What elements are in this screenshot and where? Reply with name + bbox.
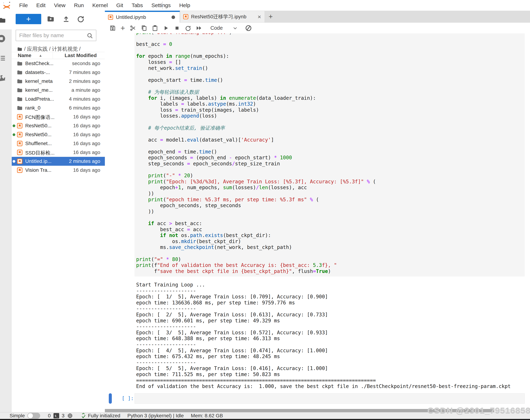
file-row[interactable]: kernel_meta2 minutes ago [12,77,105,86]
kernel-chip-icon[interactable] [67,413,73,419]
kernel-status-text[interactable]: Python 3 (ipykernel) | Idle [127,413,184,419]
notebook-icon [17,158,23,164]
notebook-icon [17,167,23,173]
code-line [136,131,376,137]
file-row[interactable]: Shufflenet...16 days ago [12,139,105,148]
cell-type-select[interactable]: Code [210,25,223,31]
folder-icon [17,105,23,111]
simple-mode-toggle[interactable] [27,413,40,419]
menu-item-edit[interactable]: Edit [32,0,50,11]
output-line: Epoch: [ 5/ 5], Average Train Loss: [0.4… [136,365,511,372]
file-browser-panel: + Filter files by name / 应用实践 / 计算机视觉 / … [12,11,105,412]
file-row[interactable]: SSD目标检...16 days ago [12,148,105,157]
file-row[interactable]: Untitled.ip...2 minutes ago [12,157,105,166]
window-bottom-edge [0,419,530,420]
watermark: CSDN @2301_79516858 [427,406,530,416]
code-cell-input[interactable]: print('Start Training Loop ...') best_ac… [134,33,525,276]
file-row[interactable]: FCN图像语...16 days ago [12,112,105,121]
code-line: print("-" * 20) [136,173,376,179]
table-of-contents-icon[interactable] [0,54,6,62]
file-modified: 16 days ago [73,150,100,155]
code-line: print("epoch time: %5.3f ms, per step ti… [136,197,376,203]
code-editor: print('Start Training Loop ...') best_ac… [136,33,376,274]
save-icon[interactable] [109,25,116,31]
output-line: Epoch: [ 3/ 5], Average Train Loss: [0.5… [136,330,511,336]
file-row[interactable]: ResNet50...16 days ago [12,121,105,130]
menu-item-run[interactable]: Run [70,0,88,11]
code-line: losses.append(loss) [136,113,376,119]
code-line [136,250,376,256]
upload-icon[interactable] [62,15,70,23]
code-line: print(f"End of validation the best Accur… [136,262,376,268]
breadcrumb[interactable]: / 应用实践 / 计算机视觉 / [17,45,81,53]
output-line: ========================================… [136,377,511,384]
restart-run-all-icon[interactable] [196,25,202,31]
column-last-modified[interactable]: Last Modified [65,53,97,58]
unsaved-dot-icon[interactable] [172,15,175,19]
code-line: epoch_seconds, step_seconds [136,203,376,209]
jupyter-logo [3,1,11,10]
chevron-down-icon[interactable] [233,26,238,30]
tab-untitled-ipynb[interactable]: Untitled.ipynb [105,11,180,23]
lsp-status-text[interactable]: Fully initialized [88,413,120,419]
code-line: for epoch in range(num_epochs): [136,53,376,59]
menu-item-settings[interactable]: Settings [147,0,175,11]
new-launcher-button[interactable]: + [16,14,41,24]
code-line: acc = model1.eval(dataset_val)['Accuracy… [136,137,376,143]
cell-output: Start Training Loop ...-----------------… [136,282,511,390]
file-row[interactable]: rank_06 minutes ago [12,104,105,112]
kernel-status-icon[interactable] [245,24,252,32]
file-list-header: Name ▲ Last Modified [12,52,105,59]
menu-item-kernel[interactable]: Kernel [88,0,112,11]
toggle-knob [28,413,33,418]
file-row[interactable]: Vision Tra...16 days ago [12,166,105,175]
close-tab-icon[interactable]: × [258,14,261,20]
code-line: losses = [] [136,59,376,65]
output-line: epoch time: 675.432 ms, per step time: 4… [136,354,511,360]
code-line: best_acc = acc [136,226,376,233]
paste-cell-icon[interactable] [152,25,158,31]
filter-files-input[interactable]: Filter files by name [16,30,96,41]
menu-item-view[interactable]: View [50,0,70,11]
code-line: print('Start Training Loop ...') [136,33,376,35]
refresh-icon[interactable] [77,15,85,23]
menu-item-git[interactable]: Git [112,0,127,11]
file-row[interactable]: ResNet50...16 days ago [12,130,105,139]
new-folder-icon[interactable] [47,15,55,23]
running-kernels-icon[interactable] [0,34,6,43]
code-line: )) [136,209,376,215]
file-name: Vision Tra... [25,167,51,173]
menu-item-tabs[interactable]: Tabs [127,0,147,11]
menu-item-help[interactable]: Help [175,0,194,11]
file-row[interactable]: BestCheck...seconds ago [12,59,105,68]
insert-cell-icon[interactable]: + [120,24,125,32]
file-row[interactable]: kernel_me...a minute ago [12,86,105,95]
output-line: Epoch: [ 1/ 5], Average Train Loss: [0.7… [136,294,511,300]
restart-kernel-icon[interactable] [185,25,191,31]
code-line: epoch_start = time.time() [136,77,376,83]
cut-cell-icon[interactable] [130,25,136,31]
output-line: Epoch: [ 4/ 5], Average Train Loss: [0.4… [136,348,511,354]
new-tab-button[interactable]: + [267,13,275,21]
copy-cell-icon[interactable] [141,25,147,31]
terminal-count: 0 [48,413,51,419]
file-name: FCN图像语... [25,114,55,121]
run-cell-icon[interactable] [163,25,169,31]
empty-cell-input[interactable] [134,393,525,404]
file-modified: a minute ago [72,87,100,93]
tab-resnet50-ipynb[interactable]: ResNet50迁移学习.ipynb × [180,11,265,22]
active-cell-indicator [109,393,112,404]
file-row[interactable]: datasets-...7 minutes ago [12,68,105,77]
column-name[interactable]: Name [18,53,31,58]
file-modified: 16 days ago [73,141,100,146]
output-line: epoch time: 690.601 ms, per step time: 4… [136,318,511,324]
file-row[interactable]: LoadPretra...4 minutes ago [12,95,105,104]
menu-item-file[interactable]: File [15,0,32,11]
file-browser-icon[interactable] [0,17,6,24]
terminal-icon[interactable]: $_ [54,413,59,418]
interrupt-kernel-icon[interactable] [174,25,180,31]
extensions-icon[interactable] [0,74,6,82]
file-modified: 2 minutes ago [69,158,100,164]
code-line [136,71,376,77]
file-modified: 7 minutes ago [69,70,100,75]
